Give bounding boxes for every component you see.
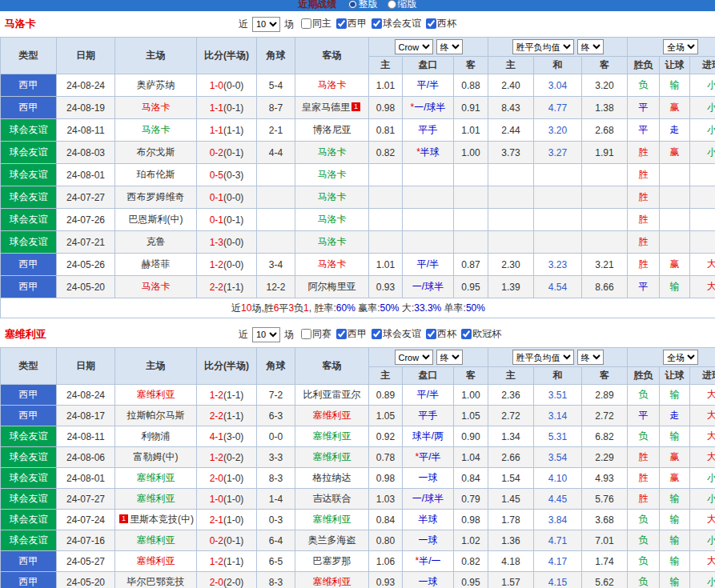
- text: 1.03: [376, 494, 395, 505]
- cell-away[interactable]: 马洛卡: [295, 164, 369, 186]
- cell-home[interactable]: 马洛卡: [115, 276, 197, 298]
- text: 1.34: [501, 431, 520, 442]
- cell-away[interactable]: 吉达联合: [295, 489, 369, 510]
- cell-away[interactable]: 马洛卡: [295, 74, 369, 97]
- cell-avg-home: 4.18: [488, 551, 534, 572]
- cell-home[interactable]: 塞维利亚: [115, 489, 197, 510]
- text: 1-2: [210, 452, 223, 463]
- cell-home[interactable]: 珀布伦斯: [115, 164, 197, 186]
- cell-away[interactable]: 塞维利亚: [295, 426, 369, 447]
- cell-away[interactable]: 塞维利亚: [295, 572, 369, 588]
- checkbox-input[interactable]: [461, 329, 472, 339]
- cell-home[interactable]: 富勒姆(中): [115, 447, 197, 468]
- odds-company-select[interactable]: Crow: [395, 350, 433, 365]
- cell-away[interactable]: 马洛卡: [295, 186, 369, 209]
- avg-type-select[interactable]: 胜平负均值: [512, 39, 574, 54]
- odds-company-select[interactable]: Crow: [395, 39, 433, 54]
- cell-avg-away: [582, 231, 628, 254]
- text: 输: [670, 430, 680, 442]
- cell-home[interactable]: 塞维利亚: [115, 530, 197, 551]
- cell-corner: 7-2: [257, 385, 295, 406]
- text: 24-07-26: [66, 214, 105, 226]
- cell-away[interactable]: 马洛卡: [295, 231, 369, 254]
- text: 0.98: [376, 102, 395, 114]
- cell-away[interactable]: 皇家马德里1: [295, 97, 369, 119]
- odds-stage-select[interactable]: 终: [436, 350, 463, 365]
- cell-away[interactable]: 塞维利亚: [295, 510, 369, 530]
- filter-checkbox-0[interactable]: 同主: [301, 17, 331, 30]
- filter-checkbox-1[interactable]: 西甲: [336, 17, 367, 30]
- version-radio-0[interactable]: 整版: [348, 0, 378, 11]
- checkbox-input[interactable]: [372, 329, 382, 339]
- cell-home[interactable]: 塞维利亚: [115, 551, 197, 572]
- cell-home[interactable]: 克鲁: [115, 231, 197, 254]
- checkbox-input[interactable]: [301, 18, 311, 29]
- cell-corner: [257, 209, 295, 231]
- filter-checkbox-2[interactable]: 球会友谊: [372, 17, 421, 30]
- cell-away[interactable]: 博洛尼亚: [295, 119, 369, 142]
- avg-stage-select[interactable]: 终: [577, 39, 604, 54]
- text: 50%: [466, 302, 485, 314]
- radio-input[interactable]: [388, 0, 396, 9]
- cell-home[interactable]: 马洛卡: [115, 97, 197, 119]
- cell-away[interactable]: 比利亚雷亚尔: [295, 385, 369, 406]
- checkbox-input[interactable]: [372, 18, 382, 29]
- cell-home[interactable]: 毕尔巴鄂竞技: [115, 572, 197, 588]
- checkbox-label: 同赛: [312, 327, 331, 341]
- cell-away[interactable]: 巴塞罗那: [295, 551, 369, 572]
- cell-home[interactable]: 布尔戈斯: [115, 142, 197, 164]
- scope-select[interactable]: 全场: [663, 39, 698, 54]
- text: 吉达联合: [313, 493, 351, 504]
- col-type-header: 类型: [1, 38, 57, 74]
- filter-checkbox-2[interactable]: 球会友谊: [372, 327, 421, 341]
- cell-away[interactable]: 奥兰多海盗: [295, 530, 369, 551]
- cell-away[interactable]: 阿尔梅里亚: [295, 276, 369, 298]
- cell-home[interactable]: 马洛卡: [115, 119, 197, 142]
- cell-score: 2-1(1-0): [197, 510, 257, 530]
- version-radio-1[interactable]: 缩版: [388, 0, 417, 11]
- match-row: 球会友谊24-07-16塞维利亚0-2(0-1)6-4奥兰多海盗0.80一球1.…: [1, 530, 715, 551]
- checkbox-input[interactable]: [336, 329, 347, 339]
- col-type-header: 类型: [1, 348, 57, 385]
- cell-home[interactable]: 拉斯帕尔马斯: [115, 406, 197, 426]
- cell-home[interactable]: 利物浦: [115, 426, 197, 447]
- cell-score: 1-0(1-0): [197, 489, 257, 510]
- cell-home[interactable]: 塞维利亚: [115, 385, 197, 406]
- recent-count-select[interactable]: 10: [252, 17, 280, 32]
- checkbox-input[interactable]: [426, 329, 436, 339]
- filter-checkbox-3[interactable]: 西杯: [426, 17, 456, 30]
- cell-home[interactable]: 西布罗姆维奇: [115, 186, 197, 209]
- col-away-header: 客场: [295, 38, 369, 74]
- team-section-sevilla: 塞维利亚 近 10 场 同赛西甲球会友谊西杯欧冠杯 类型 日期 主场 比分(半场…: [0, 322, 715, 588]
- text: 平手: [419, 124, 438, 135]
- cell-away[interactable]: 塞维利亚: [295, 406, 369, 426]
- cell-home[interactable]: 赫塔菲: [115, 254, 197, 276]
- scope-select[interactable]: 全场: [663, 350, 698, 365]
- filter-checkbox-0[interactable]: 同赛: [301, 327, 331, 341]
- text: 巴恩斯利(中): [129, 214, 183, 225]
- cell-home[interactable]: 巴恩斯利(中): [115, 209, 197, 231]
- cell-away[interactable]: 马洛卡: [295, 209, 369, 231]
- cell-home[interactable]: 1里斯本竞技(中): [115, 510, 197, 530]
- cell-away[interactable]: 格拉纳达: [295, 468, 369, 489]
- recent-count-select[interactable]: 10: [252, 327, 280, 342]
- filter-checkbox-3[interactable]: 西杯: [426, 327, 456, 341]
- filter-checkbox-4[interactable]: 欧冠杯: [461, 327, 501, 341]
- cell-away[interactable]: 马洛卡: [295, 254, 369, 276]
- avg-type-select[interactable]: 胜平负均值: [512, 350, 574, 365]
- cell-home[interactable]: 塞维利亚: [115, 468, 197, 489]
- checkbox-input[interactable]: [426, 18, 436, 29]
- cell-odds-away: 0.90: [454, 426, 488, 447]
- text: 胜: [639, 258, 649, 270]
- odds-stage-select[interactable]: 终: [436, 39, 463, 54]
- checkbox-input[interactable]: [336, 18, 347, 29]
- radio-input[interactable]: [348, 0, 357, 9]
- cell-score: 0-2(0-1): [197, 142, 257, 164]
- cell-away[interactable]: 塞维利亚: [295, 447, 369, 468]
- cell-let-result: [660, 164, 690, 186]
- cell-away[interactable]: 马洛卡: [295, 142, 369, 164]
- filter-checkbox-1[interactable]: 西甲: [336, 327, 367, 341]
- cell-home[interactable]: 奥萨苏纳: [115, 74, 197, 97]
- checkbox-input[interactable]: [301, 329, 311, 339]
- avg-stage-select[interactable]: 终: [577, 350, 604, 365]
